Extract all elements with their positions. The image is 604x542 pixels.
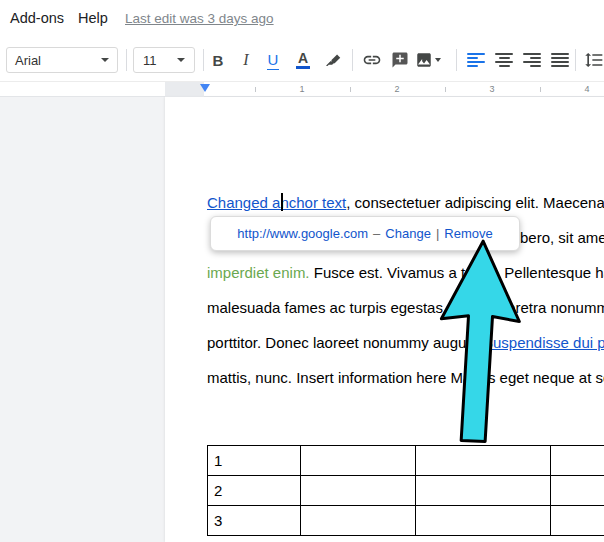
ruler-margin-shade [165, 82, 204, 97]
table-cell[interactable] [551, 446, 604, 476]
table-row: 1 [208, 446, 604, 476]
document-canvas: Changed anchor text, consectetuer adipis… [0, 97, 604, 542]
table-row: 2 [208, 476, 604, 506]
table-cell[interactable] [416, 506, 551, 536]
table-cell[interactable] [551, 476, 604, 506]
menu-bar: Add-ons Help Last edit was 3 days ago [0, 0, 604, 38]
align-right-icon [523, 53, 541, 67]
align-center-button[interactable] [491, 46, 517, 74]
ruler-tick [350, 87, 351, 92]
table-row: 3 [208, 506, 604, 536]
table-cell[interactable]: 3 [208, 506, 301, 536]
last-edit-link[interactable]: Last edit was 3 days ago [125, 11, 274, 26]
chevron-down-icon [177, 58, 185, 62]
table-cell[interactable]: 1 [208, 446, 301, 476]
toolbar-separator [456, 49, 457, 71]
ruler-number: 4 [582, 84, 592, 94]
bold-button[interactable]: B [205, 46, 231, 74]
font-size-select[interactable]: 11 [133, 47, 195, 73]
document-page[interactable]: Changed anchor text, consectetuer adipis… [165, 97, 604, 542]
ruler: 1 2 3 4 [0, 82, 604, 97]
text-line: Changed anchor text, consectetuer adipis… [207, 185, 604, 220]
ruler-tick [255, 87, 256, 92]
text-color-bar [296, 66, 310, 69]
align-center-icon [495, 53, 513, 67]
font-family-select[interactable]: Arial [6, 47, 118, 73]
font-family-value: Arial [15, 53, 41, 68]
text-line: porttitor. Donec laoreet nonummy augue. … [207, 325, 604, 360]
justify-icon [551, 53, 569, 67]
chevron-down-icon [101, 58, 109, 62]
toolbar-separator [126, 49, 127, 71]
table-cell[interactable] [301, 506, 416, 536]
align-left-button[interactable] [463, 46, 489, 74]
image-icon [415, 51, 433, 69]
table-cell[interactable] [301, 446, 416, 476]
italic-button[interactable]: I [233, 46, 259, 74]
table-cell[interactable] [551, 506, 604, 536]
text-cursor [281, 193, 283, 211]
text-color-button[interactable]: A [290, 46, 316, 74]
line-spacing-icon [584, 50, 604, 70]
indent-marker[interactable] [200, 84, 210, 92]
table-cell[interactable]: 2 [208, 476, 301, 506]
justify-button[interactable] [547, 46, 573, 74]
anchor-text-link[interactable]: Changed anchor text [207, 194, 346, 211]
ruler-number: 2 [392, 84, 402, 94]
insert-image-button[interactable] [411, 46, 445, 74]
text-color-icon: A [298, 51, 308, 65]
dash-separator: – [373, 226, 380, 241]
table-cell[interactable] [416, 476, 551, 506]
line-spacing-button[interactable] [581, 46, 604, 74]
ruler-tick [540, 87, 541, 92]
green-text: imperdiet enim. [207, 264, 310, 281]
body-text: bero, sit amet [520, 229, 604, 246]
align-right-button[interactable] [519, 46, 545, 74]
document-table: 1 2 3 [207, 445, 604, 536]
highlighter-icon [324, 51, 343, 70]
highlight-button[interactable] [320, 46, 346, 74]
ruler-number: 3 [487, 84, 497, 94]
text-line: malesuada fames ac turpis egestas. Proin… [207, 290, 604, 325]
table-cell[interactable] [301, 476, 416, 506]
toolbar-separator [575, 49, 576, 71]
chevron-down-icon [435, 58, 441, 62]
ruler-number: 1 [297, 84, 307, 94]
ruler-tick [445, 87, 446, 92]
body-text: , consectetuer adipiscing elit. Maecenas [346, 194, 604, 211]
link-url[interactable]: http://www.google.com [237, 226, 368, 241]
body-text: malesuada fames ac turpis egestas. Proin… [207, 299, 604, 316]
text-line: mattis, nunc. Insert information here Ma… [207, 360, 604, 395]
body-text: mattis, nunc. Insert information here Ma… [207, 369, 604, 386]
table-cell[interactable] [416, 446, 551, 476]
link-icon [362, 50, 382, 70]
menu-item-addons[interactable]: Add-ons [10, 10, 64, 26]
toolbar-separator [352, 49, 353, 71]
change-link[interactable]: Change [385, 226, 431, 241]
menu-item-help[interactable]: Help [78, 10, 108, 26]
underline-button[interactable]: U [260, 46, 286, 74]
annotation-arrow-up-icon [424, 236, 531, 446]
insert-link-button[interactable] [359, 46, 385, 74]
toolbar-separator [203, 49, 204, 71]
underline-icon: U [267, 51, 280, 70]
toolbar: Arial 11 B I U A [0, 38, 604, 82]
add-comment-icon [391, 51, 409, 69]
add-comment-button[interactable] [387, 46, 413, 74]
font-size-value: 11 [143, 53, 157, 68]
align-left-icon [467, 53, 485, 67]
text-line: imperdiet enim. Fusce est. Vivamus a tel… [207, 255, 604, 290]
